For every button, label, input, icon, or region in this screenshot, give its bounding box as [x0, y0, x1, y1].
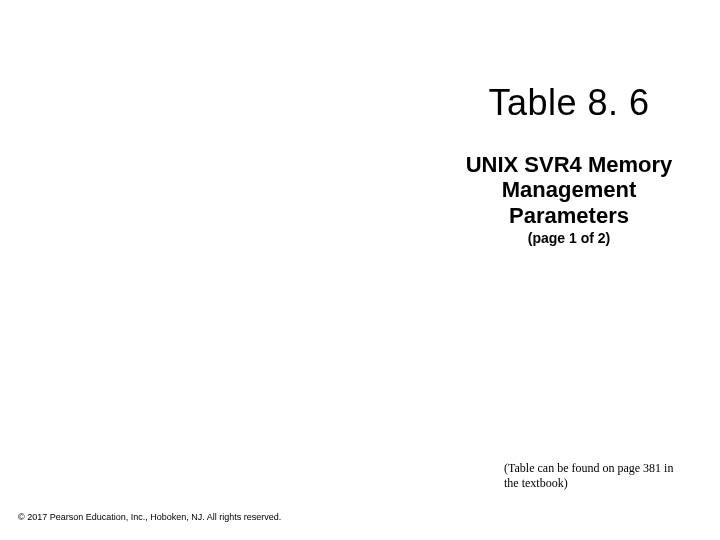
table-number: Table 8. 6: [464, 82, 674, 124]
page-info: (page 1 of 2): [464, 230, 674, 246]
title-block: Table 8. 6 UNIX SVR4 Memory Management P…: [464, 82, 674, 246]
copyright-notice: © 2017 Pearson Education, Inc., Hoboken,…: [18, 512, 281, 522]
table-location-note: (Table can be found on page 381 in the t…: [504, 461, 684, 490]
table-subtitle: UNIX SVR4 Memory Management Parameters: [464, 152, 674, 228]
